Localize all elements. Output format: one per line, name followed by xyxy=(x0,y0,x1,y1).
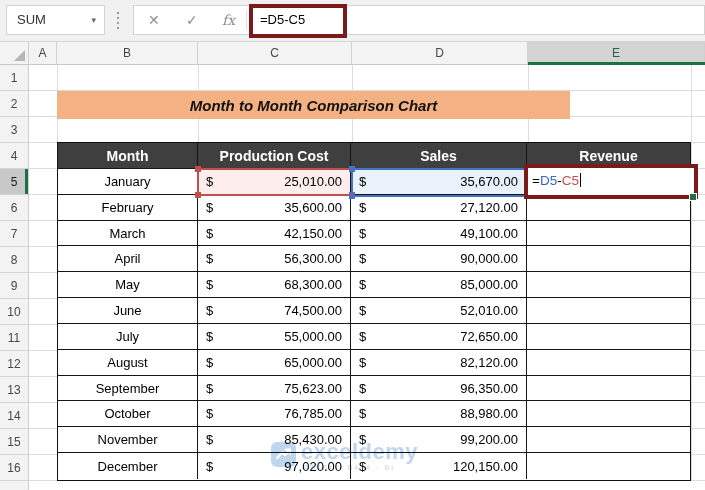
sales-cell[interactable]: $ 27,120.00 xyxy=(351,195,527,221)
month-cell[interactable]: February xyxy=(58,195,198,221)
revenue-cell[interactable] xyxy=(527,401,690,427)
cost-cell[interactable]: $ 75,623.00 xyxy=(198,376,351,402)
cancel-icon[interactable]: ✕ xyxy=(148,6,160,34)
cost-cell[interactable]: $ 85,430.00 xyxy=(198,427,351,453)
column-header-e[interactable]: E xyxy=(528,42,705,64)
formula-part: = xyxy=(532,173,540,188)
month-cell[interactable]: August xyxy=(58,350,198,376)
row-header-2[interactable]: 2 xyxy=(0,91,28,117)
sales-cell[interactable]: $ 99,200.00 xyxy=(351,427,527,453)
month-cell[interactable]: November xyxy=(58,427,198,453)
table-header-month[interactable]: Month xyxy=(58,143,198,169)
cell-formula-text: =D5-C5 xyxy=(528,168,694,193)
row-header-1[interactable]: 1 xyxy=(0,65,28,91)
insert-function-icon[interactable]: fx xyxy=(222,6,235,34)
toolbar-separator xyxy=(117,12,119,30)
revenue-cell[interactable] xyxy=(527,453,690,479)
table-header-sales[interactable]: Sales xyxy=(351,143,527,169)
table-row: October $ 76,785.00 $ 88,980.00 xyxy=(58,401,690,427)
sales-cell[interactable]: $ 88,980.00 xyxy=(351,401,527,427)
table-row: September $ 75,623.00 $ 96,350.00 xyxy=(58,376,690,402)
sales-cell[interactable]: $ 90,000.00 xyxy=(351,246,527,272)
currency-symbol: $ xyxy=(206,459,213,474)
row-header-9[interactable]: 9 xyxy=(0,273,28,299)
name-box[interactable]: SUM ▾ xyxy=(6,5,105,35)
row-header-6[interactable]: 6 xyxy=(0,195,28,221)
sales-cell[interactable]: $ 82,120.00 xyxy=(351,350,527,376)
formula-input-area[interactable]: ✕ ✓ fx xyxy=(133,5,705,35)
row-header-4[interactable]: 4 xyxy=(0,143,28,169)
cost-cell[interactable]: $ 65,000.00 xyxy=(198,350,351,376)
sales-cell[interactable]: $ 52,010.00 xyxy=(351,298,527,324)
cost-cell[interactable]: $ 25,010.00 xyxy=(198,169,351,195)
month-cell[interactable]: June xyxy=(58,298,198,324)
revenue-cell[interactable] xyxy=(527,272,690,298)
currency-symbol: $ xyxy=(359,459,366,474)
column-headers: ABCDE xyxy=(0,42,705,65)
name-box-dropdown-icon[interactable]: ▾ xyxy=(91,6,96,34)
sales-cell[interactable]: $ 49,100.00 xyxy=(351,221,527,247)
cost-cell[interactable]: $ 55,000.00 xyxy=(198,324,351,350)
cost-cell[interactable]: $ 97,020.00 xyxy=(198,453,351,479)
month-cell[interactable]: April xyxy=(58,246,198,272)
cost-cell[interactable]: $ 35,600.00 xyxy=(198,195,351,221)
worksheet-title[interactable]: Month to Month Comparison Chart xyxy=(57,91,570,119)
revenue-cell[interactable] xyxy=(527,246,690,272)
row-header-16[interactable]: 16 xyxy=(0,455,28,481)
cost-cell[interactable]: $ 42,150.00 xyxy=(198,221,351,247)
formula-bar: SUM ▾ ✕ ✓ fx =D5-C5 xyxy=(0,0,705,42)
cost-cell[interactable]: $ 74,500.00 xyxy=(198,298,351,324)
table-row: June $ 74,500.00 $ 52,010.00 xyxy=(58,298,690,324)
select-all-triangle-icon xyxy=(14,50,25,61)
cost-value: 75,623.00 xyxy=(284,381,342,396)
sales-value: 52,010.00 xyxy=(460,303,518,318)
revenue-cell[interactable] xyxy=(527,298,690,324)
column-header-a[interactable]: A xyxy=(29,42,57,64)
month-cell[interactable]: May xyxy=(58,272,198,298)
month-cell[interactable]: January xyxy=(58,169,198,195)
column-header-c[interactable]: C xyxy=(198,42,352,64)
active-cell-editor[interactable]: =D5-C5 xyxy=(524,164,698,199)
row-header-3[interactable]: 3 xyxy=(0,117,28,143)
row-header-12[interactable]: 12 xyxy=(0,351,28,377)
sales-value: 99,200.00 xyxy=(460,432,518,447)
sales-cell[interactable]: $ 72,650.00 xyxy=(351,324,527,350)
row-header-11[interactable]: 11 xyxy=(0,325,28,351)
cost-cell[interactable]: $ 76,785.00 xyxy=(198,401,351,427)
row-header-14[interactable]: 14 xyxy=(0,403,28,429)
sales-cell[interactable]: $ 96,350.00 xyxy=(351,376,527,402)
enter-icon[interactable]: ✓ xyxy=(186,6,198,34)
revenue-cell[interactable] xyxy=(527,427,690,453)
row-header-10[interactable]: 10 xyxy=(0,299,28,325)
row-header-7[interactable]: 7 xyxy=(0,221,28,247)
row-header-15[interactable]: 15 xyxy=(0,429,28,455)
cost-cell[interactable]: $ 68,300.00 xyxy=(198,272,351,298)
row-header-8[interactable]: 8 xyxy=(0,247,28,273)
sales-cell[interactable]: $ 85,000.00 xyxy=(351,272,527,298)
row-header-5[interactable]: 5 xyxy=(0,169,28,195)
month-cell[interactable]: March xyxy=(58,221,198,247)
formula-bar-text[interactable]: =D5-C5 xyxy=(253,8,343,32)
currency-symbol: $ xyxy=(359,174,366,189)
cost-cell[interactable]: $ 56,300.00 xyxy=(198,246,351,272)
excel-window: SUM ▾ ✕ ✓ fx =D5-C5 ABCDE 12345678910111… xyxy=(0,0,705,490)
select-all-corner[interactable] xyxy=(0,42,29,64)
sales-cell[interactable]: $ 35,670.00 xyxy=(351,169,527,195)
revenue-cell[interactable] xyxy=(527,324,690,350)
fill-handle[interactable] xyxy=(689,193,697,201)
currency-symbol: $ xyxy=(359,277,366,292)
revenue-cell[interactable] xyxy=(527,350,690,376)
currency-symbol: $ xyxy=(206,432,213,447)
month-cell[interactable]: September xyxy=(58,376,198,402)
row-header-13[interactable]: 13 xyxy=(0,377,28,403)
month-cell[interactable]: July xyxy=(58,324,198,350)
column-header-b[interactable]: B xyxy=(57,42,198,64)
revenue-cell[interactable] xyxy=(527,376,690,402)
sales-cell[interactable]: $ 120,150.00 xyxy=(351,453,527,479)
month-cell[interactable]: December xyxy=(58,453,198,479)
table-header-cost[interactable]: Production Cost xyxy=(198,143,351,169)
currency-symbol: $ xyxy=(359,303,366,318)
column-header-d[interactable]: D xyxy=(352,42,528,64)
revenue-cell[interactable] xyxy=(527,221,690,247)
month-cell[interactable]: October xyxy=(58,401,198,427)
